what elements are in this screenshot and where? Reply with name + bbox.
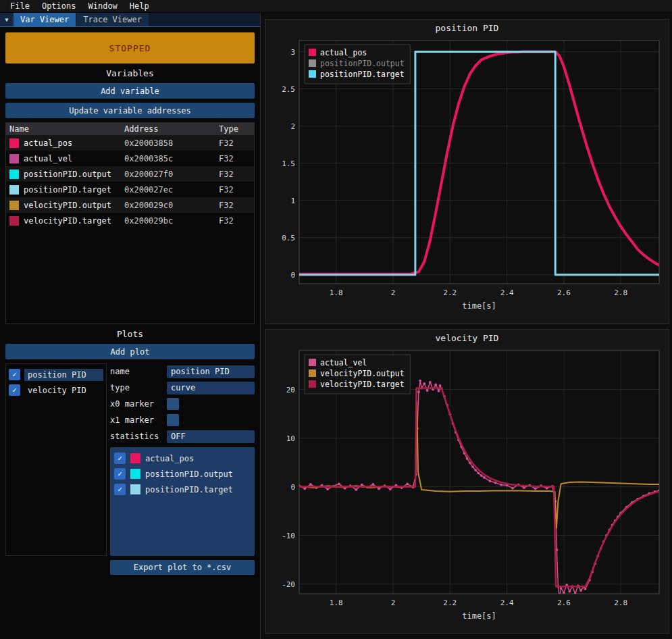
column-header-type[interactable]: Type xyxy=(215,124,254,134)
series-item[interactable]: ✓ positionPID.output xyxy=(114,466,251,482)
plot-settings-form: name position PID type curve x0 marker x… xyxy=(110,363,255,556)
x0-marker-checkbox[interactable] xyxy=(167,398,179,410)
x1-marker-label: x1 marker xyxy=(110,415,167,425)
menu-bar: File Options Window Help xyxy=(0,0,672,13)
svg-text:1: 1 xyxy=(290,197,295,205)
svg-text:20: 20 xyxy=(286,385,295,394)
svg-text:1.8: 1.8 xyxy=(330,598,343,607)
variable-type: F32 xyxy=(215,201,254,210)
variable-color-swatch[interactable] xyxy=(9,138,19,148)
menu-item-help[interactable]: Help xyxy=(124,1,155,11)
table-row[interactable]: positionPID.target 0x200027ec F32 xyxy=(6,182,254,197)
variables-table: Name Address Type actual_pos 0x20003858 … xyxy=(5,122,255,324)
update-addresses-button[interactable]: Update variable addresses xyxy=(5,103,255,118)
variable-address: 0x200027ec xyxy=(121,185,215,195)
svg-text:velocityPID.output: velocityPID.output xyxy=(320,368,405,378)
series-visible-checkbox[interactable]: ✓ xyxy=(114,484,126,495)
plot-name-input[interactable]: position PID xyxy=(167,365,255,378)
check-icon: ✓ xyxy=(118,485,122,494)
series-color-swatch[interactable] xyxy=(130,469,140,479)
variable-color-swatch[interactable] xyxy=(9,216,19,226)
plots-config-area: ✓ position PID ✓ velocity PID name posit… xyxy=(5,363,255,556)
table-row[interactable]: actual_vel 0x2000385c F32 xyxy=(6,151,254,166)
variable-color-swatch[interactable] xyxy=(9,185,19,195)
svg-text:actual_vel: actual_vel xyxy=(320,357,367,367)
var-viewer-content: STOPPED Variables Add variable Update va… xyxy=(0,27,260,639)
menu-item-options[interactable]: Options xyxy=(36,1,82,11)
variable-name: actual_pos xyxy=(24,138,72,148)
plot-list-item[interactable]: ✓ velocity PID xyxy=(9,382,103,398)
plot-list-item-label[interactable]: velocity PID xyxy=(24,384,103,397)
column-header-name[interactable]: Name xyxy=(6,124,121,134)
variable-address: 0x2000385c xyxy=(121,154,215,163)
series-color-swatch[interactable] xyxy=(130,453,140,463)
variable-name: velocityPID.target xyxy=(24,216,111,226)
svg-text:2.2: 2.2 xyxy=(443,598,457,607)
chart-card-position-pid: position PID 1.822.22.42.62.800.511.522.… xyxy=(265,19,669,324)
plot-list-item[interactable]: ✓ position PID xyxy=(9,367,103,382)
chart-title-position-pid: position PID xyxy=(269,23,665,35)
series-visible-checkbox[interactable]: ✓ xyxy=(114,468,126,480)
statistics-label: statistics xyxy=(110,432,167,441)
tab-list-button[interactable]: ▼ xyxy=(0,13,14,26)
svg-text:velocityPID.target: velocityPID.target xyxy=(320,379,405,388)
variable-type: F32 xyxy=(215,154,254,163)
variable-type: F32 xyxy=(215,138,254,148)
plots-panel: position PID 1.822.22.42.62.800.511.522.… xyxy=(261,13,672,639)
main-area: ▼ Var Viewer Trace Viewer STOPPED Variab… xyxy=(0,13,672,639)
variable-color-swatch[interactable] xyxy=(9,170,19,179)
chart-card-velocity-pid: velocity PID 1.822.22.42.62.8-20-1001020… xyxy=(265,329,669,634)
svg-text:2: 2 xyxy=(290,122,295,131)
svg-text:-20: -20 xyxy=(282,580,295,588)
plot-series-panel: ✓ actual_pos ✓ positionPID.output ✓ xyxy=(110,447,255,556)
statistics-toggle[interactable]: OFF xyxy=(167,430,255,443)
svg-text:0: 0 xyxy=(290,271,295,280)
svg-text:2.6: 2.6 xyxy=(557,598,571,607)
variable-color-swatch[interactable] xyxy=(9,154,19,163)
variable-name: actual_vel xyxy=(24,154,72,163)
plot-visible-checkbox[interactable]: ✓ xyxy=(9,369,20,380)
svg-text:-10: -10 xyxy=(282,531,295,540)
add-plot-button[interactable]: Add plot xyxy=(5,344,255,359)
tab-trace-viewer[interactable]: Trace Viewer xyxy=(76,13,149,26)
name-field-label: name xyxy=(110,367,167,376)
column-header-address[interactable]: Address xyxy=(121,124,215,134)
table-row[interactable]: velocityPID.target 0x200029bc F32 xyxy=(6,213,254,228)
variable-address: 0x200029c0 xyxy=(121,201,215,210)
acquisition-status-button[interactable]: STOPPED xyxy=(5,32,255,63)
table-row[interactable]: velocityPID.output 0x200029c0 F32 xyxy=(6,197,254,213)
add-variable-button[interactable]: Add variable xyxy=(5,83,255,99)
svg-text:0: 0 xyxy=(290,482,295,491)
series-color-swatch[interactable] xyxy=(130,484,140,494)
check-icon: ✓ xyxy=(12,370,17,379)
table-row[interactable]: actual_pos 0x20003858 F32 xyxy=(6,135,254,151)
svg-text:2.6: 2.6 xyxy=(557,288,571,297)
menu-item-file[interactable]: File xyxy=(4,1,36,11)
series-visible-checkbox[interactable]: ✓ xyxy=(114,453,126,464)
svg-text:1.8: 1.8 xyxy=(330,288,343,297)
plot-list-item-label[interactable]: position PID xyxy=(24,369,103,381)
table-row[interactable]: positionPID.output 0x200027f0 F32 xyxy=(6,166,254,182)
svg-text:3: 3 xyxy=(290,48,295,57)
svg-text:time[s]: time[s] xyxy=(462,301,496,311)
export-csv-button[interactable]: Export plot to *.csv xyxy=(110,560,255,575)
svg-text:time[s]: time[s] xyxy=(462,611,496,621)
series-item[interactable]: ✓ actual_pos xyxy=(114,451,251,466)
variable-type: F32 xyxy=(215,170,254,179)
series-item[interactable]: ✓ positionPID.target xyxy=(114,482,251,497)
variable-name: positionPID.output xyxy=(24,170,111,179)
series-label: positionPID.target xyxy=(145,485,233,494)
plot-type-select[interactable]: curve xyxy=(167,382,255,394)
x0-marker-label: x0 marker xyxy=(110,399,167,409)
tab-bar: ▼ Var Viewer Trace Viewer xyxy=(0,13,260,27)
x1-marker-checkbox[interactable] xyxy=(167,414,179,426)
menu-item-window[interactable]: Window xyxy=(82,1,123,11)
plot-visible-checkbox[interactable]: ✓ xyxy=(9,384,20,396)
series-label: positionPID.output xyxy=(145,469,233,479)
tab-var-viewer[interactable]: Var Viewer xyxy=(14,13,76,26)
position-pid-chart[interactable]: 1.822.22.42.62.800.511.522.53time[s]actu… xyxy=(269,35,665,315)
svg-text:2.2: 2.2 xyxy=(443,288,457,297)
velocity-pid-chart[interactable]: 1.822.22.42.62.8-20-1001020time[s]actual… xyxy=(269,345,665,625)
variable-color-swatch[interactable] xyxy=(9,201,19,210)
check-icon: ✓ xyxy=(118,454,122,463)
